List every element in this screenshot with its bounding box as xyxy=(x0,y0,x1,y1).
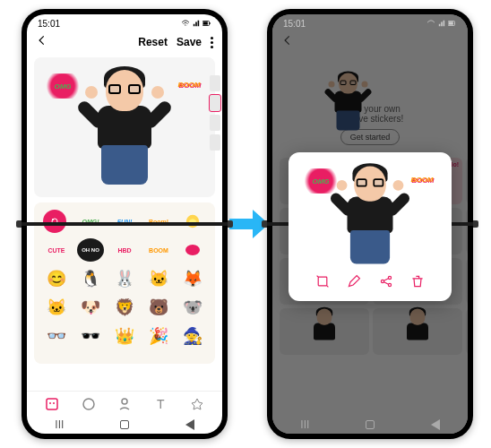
pose-thumb[interactable] xyxy=(210,75,220,91)
save-button[interactable]: Save xyxy=(177,36,202,48)
status-time: 15:01 xyxy=(283,19,306,29)
edit-button[interactable] xyxy=(347,274,361,292)
sticker-item[interactable]: 🦁 xyxy=(111,296,138,319)
tab-stickers[interactable] xyxy=(43,395,61,413)
svg-rect-7 xyxy=(47,399,57,409)
svg-point-9 xyxy=(53,402,55,404)
sticker-item[interactable]: 🧙 xyxy=(179,324,206,348)
sticker-item[interactable]: 🐧 xyxy=(77,267,104,290)
status-time: 15:01 xyxy=(38,19,60,29)
status-bar: 15:01 xyxy=(272,14,468,30)
sticker-panel: OMG! FUN! Boom! CUTE OH NO HBD BOOM 😊 🐧 … xyxy=(34,202,215,364)
nav-recents[interactable]: III xyxy=(55,418,64,431)
nav-recents[interactable]: III xyxy=(300,418,309,431)
sticker-item[interactable]: 🎉 xyxy=(145,324,172,348)
svg-point-4 xyxy=(52,219,54,220)
tab-emoji[interactable] xyxy=(80,395,98,413)
svg-rect-2 xyxy=(203,22,208,24)
sticker-item[interactable]: 👓 xyxy=(43,324,70,348)
svg-point-6 xyxy=(185,245,200,255)
more-button[interactable] xyxy=(211,37,213,48)
svg-point-17 xyxy=(388,276,391,279)
svg-point-10 xyxy=(83,399,94,409)
sticker-item[interactable]: 🕶️ xyxy=(77,324,104,348)
pose-thumb[interactable] xyxy=(210,115,220,131)
sticker-item[interactable]: 🐱 xyxy=(43,296,70,319)
svg-rect-14 xyxy=(449,22,453,24)
sticker-item[interactable]: OMG! xyxy=(77,210,104,233)
sticker-canvas[interactable]: OMG BOOM xyxy=(34,57,215,197)
category-tabs: T xyxy=(27,391,222,416)
wifi-icon xyxy=(181,20,190,27)
avatar-figure[interactable] xyxy=(80,65,169,190)
hinge xyxy=(20,222,229,226)
pose-thumb[interactable] xyxy=(210,95,220,111)
sticker-item[interactable]: BOOM xyxy=(145,238,172,262)
sticker-omg[interactable]: OMG xyxy=(43,73,82,99)
sticker-item[interactable]: OH NO xyxy=(77,238,104,262)
avatar-preview xyxy=(332,162,409,269)
pose-thumbnails xyxy=(210,75,220,151)
sticker-item[interactable]: 🐰 xyxy=(111,267,138,290)
nav-home[interactable] xyxy=(120,420,129,429)
sticker-preview-popup: OMG BOOM xyxy=(289,152,452,301)
svg-rect-15 xyxy=(318,277,327,286)
tab-text[interactable]: T xyxy=(151,395,169,413)
sticker-item[interactable]: Boom! xyxy=(145,210,172,233)
sticker-item[interactable]: 🐶 xyxy=(77,296,104,319)
back-button[interactable] xyxy=(36,34,63,50)
sticker-item[interactable]: 🦊 xyxy=(179,267,206,290)
status-bar: 15:01 xyxy=(27,14,222,30)
svg-point-16 xyxy=(381,280,383,282)
share-button[interactable] xyxy=(379,274,393,292)
sticker-item[interactable]: 🐻 xyxy=(145,296,172,319)
nav-back[interactable] xyxy=(431,419,440,430)
phone-gallery: Make your own creative stickers! Get sta… xyxy=(267,9,473,439)
sticker-item[interactable]: 👑 xyxy=(111,324,138,348)
gallery-button[interactable] xyxy=(43,210,66,233)
sticker-item[interactable]: FUN! xyxy=(111,210,138,233)
pose-thumb[interactable] xyxy=(210,134,220,151)
screen-gallery: Make your own creative stickers! Get sta… xyxy=(272,14,468,434)
delete-button[interactable] xyxy=(410,274,425,292)
phone-editor: 15:01 Reset Save OMG BOOM xyxy=(22,9,228,439)
nav-bar: III xyxy=(27,416,222,434)
tab-avatar[interactable] xyxy=(116,395,134,413)
status-icons xyxy=(181,20,211,27)
sticker-item[interactable] xyxy=(179,238,206,262)
battery-icon xyxy=(202,20,211,27)
nav-bar: III xyxy=(272,416,468,434)
sticker-item[interactable]: 🐱 xyxy=(145,267,172,290)
sticker-item[interactable]: 😊 xyxy=(43,267,70,290)
reset-button[interactable]: Reset xyxy=(138,36,168,48)
svg-point-11 xyxy=(122,399,127,404)
sticker-item[interactable]: 🐨 xyxy=(179,296,206,319)
sticker-item[interactable]: CUTE xyxy=(43,238,70,262)
signal-icon xyxy=(192,20,201,27)
svg-rect-1 xyxy=(210,22,211,24)
crop-button[interactable] xyxy=(315,274,330,292)
sticker-item[interactable]: HBD xyxy=(111,238,138,262)
svg-point-8 xyxy=(49,402,51,404)
tab-draw[interactable] xyxy=(188,395,206,413)
svg-point-18 xyxy=(388,283,391,286)
nav-home[interactable] xyxy=(366,420,375,429)
nav-back[interactable] xyxy=(185,419,194,430)
sticker-boom: BOOM xyxy=(405,168,439,190)
sticker-boom[interactable]: BOOM xyxy=(172,73,206,95)
sticker-item[interactable] xyxy=(179,210,206,233)
editor-header: Reset Save xyxy=(27,30,222,54)
